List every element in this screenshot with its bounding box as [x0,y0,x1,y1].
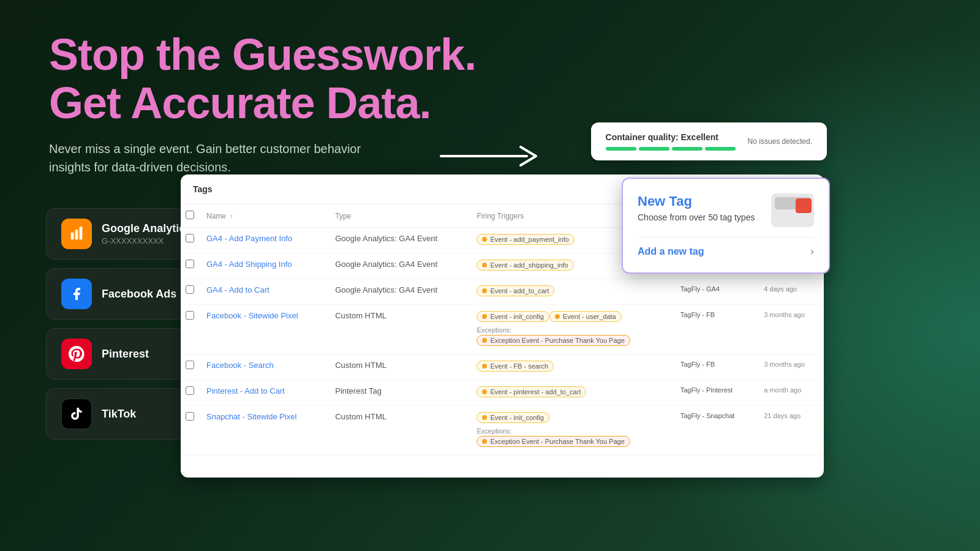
tag-name-cell: Snapchat - Sitewide Pixel [199,406,328,455]
tag-triggers-cell: Event - FB - search [469,354,673,380]
exception-dot-icon [482,338,487,343]
trigger-badge: Event - FB - search [477,361,554,372]
tag-name-link[interactable]: Pinterest - Add to Cart [206,386,285,395]
exception-badge: Exception Event - Purchase Thank You Pag… [477,335,630,346]
trigger-badge: Event - init_config [477,412,549,423]
tag-workspace-cell: TagFly - Snapchat [673,406,756,455]
ga-info: Google Analytics G-XXXXXXXXXX [102,222,191,246]
tag-name-link[interactable]: Facebook - Search [206,361,274,370]
trigger-badge: Event - user_data [549,311,622,322]
add-new-tag-label: Add a new tag [638,246,704,257]
new-tag-divider [638,237,814,238]
row-checkbox-cell [181,228,199,253]
svg-rect-0 [71,233,74,240]
tag-name-cell: Facebook - Sitewide Pixel [199,305,328,354]
quality-bar-2 [639,147,669,151]
row-checkbox[interactable] [186,386,194,395]
trigger-dot-icon [482,263,487,268]
chevron-right-icon: › [810,245,814,258]
tag-modified-cell: 3 months ago [756,305,824,354]
tag-modified-cell: 3 months ago [756,354,824,380]
table-row[interactable]: Facebook - SearchCustom HTMLEvent - FB -… [181,354,824,380]
quality-label: Container quality: Excellent [606,132,736,142]
new-tag-header: New Tag Choose from over 50 tag types [638,193,814,227]
type-column-header: Type [328,204,469,228]
tag-modified-cell: a month ago [756,380,824,406]
tag-name-link[interactable]: GA4 - Add to Cart [206,285,270,294]
trigger-label: Event - FB - search [490,362,548,370]
tag-type-cell: Custom HTML [328,354,469,380]
svg-rect-1 [75,230,78,239]
exception-dot-icon [482,439,487,444]
tag-name-cell: GA4 - Add to Cart [199,279,328,305]
quality-status: No issues detected. [748,137,812,146]
exception-badge: Exception Event - Purchase Thank You Pag… [477,436,630,447]
exceptions-label: Exceptions: [477,427,665,435]
tag-name-cell: Facebook - Search [199,354,328,380]
new-tag-modal: New Tag Choose from over 50 tag types Ad… [622,178,830,274]
trigger-label: Event - init_config [490,414,543,421]
tag-modified-cell: 21 days ago [756,406,824,455]
tiktok-icon [61,399,92,429]
row-checkbox-cell [181,380,199,406]
pinterest-icon [61,339,92,369]
tag-name-cell: GA4 - Add Payment Info [199,228,328,253]
trigger-label: Event - init_config [490,313,543,320]
select-all-checkbox-header [181,204,199,228]
row-checkbox[interactable] [186,285,194,294]
tag-name-link[interactable]: GA4 - Add Shipping Info [206,260,292,269]
row-checkbox-cell [181,305,199,354]
row-checkbox[interactable] [186,234,194,242]
quality-info: Container quality: Excellent [606,132,736,151]
tag-type-cell: Custom HTML [328,406,469,455]
tag-modified-cell: 4 days ago [756,279,824,305]
trigger-label: Event - add_payment_info [490,236,568,243]
trigger-dot-icon [482,364,487,369]
table-row[interactable]: Pinterest - Add to CartPinterest TagEven… [181,380,824,406]
add-new-tag-button[interactable]: Add a new tag › [638,245,814,258]
row-checkbox-cell [181,279,199,305]
quality-bar-1 [606,147,636,151]
trigger-badge: Event - add_payment_info [477,234,574,245]
fb-info: Facebook Ads [102,288,176,301]
ga-id: G-XXXXXXXXXX [102,236,191,246]
quality-bar-4 [705,147,736,151]
tag-workspace-cell: TagFly - FB [673,305,756,354]
trigger-badge: Event - add_shipping_info [477,260,573,271]
trigger-label: Event - user_data [563,313,616,320]
trigger-dot-icon [482,314,487,319]
tag-workspace-cell: TagFly - GA4 [673,279,756,305]
select-all-checkbox[interactable] [186,211,194,219]
trigger-badge: Event - init_config [477,311,549,322]
table-row[interactable]: Facebook - Sitewide PixelCustom HTMLEven… [181,305,824,354]
tag-type-cell: Pinterest Tag [328,380,469,406]
svg-rect-2 [80,227,83,239]
tag-name-link[interactable]: Facebook - Sitewide Pixel [206,311,298,320]
row-checkbox-cell [181,253,199,279]
trigger-dot-icon [555,314,560,319]
table-row[interactable]: GA4 - Add to CartGoogle Analytics: GA4 E… [181,279,824,305]
tag-type-cell: Custom HTML [328,305,469,354]
tag-triggers-cell: Event - init_configExceptions:Exception … [469,406,673,455]
pinterest-name: Pinterest [102,348,149,361]
tag-name-link[interactable]: GA4 - Add Payment Info [206,234,292,243]
ga-icon [61,219,92,249]
trigger-badge: Event - add_to_cart [477,285,554,296]
pinterest-info: Pinterest [102,348,149,361]
hero-title: Stop the Guesswork. Get Accurate Data. [49,31,478,127]
trigger-dot-icon [482,237,487,242]
fb-icon [61,279,92,309]
row-checkbox-cell [181,406,199,455]
tag-name-cell: GA4 - Add Shipping Info [199,253,328,279]
tag-type-cell: Google Analytics: GA4 Event [328,228,469,253]
table-row[interactable]: Snapchat - Sitewide PixelCustom HTMLEven… [181,406,824,455]
row-checkbox[interactable] [186,311,194,320]
row-checkbox[interactable] [186,260,194,268]
row-checkbox[interactable] [186,412,194,421]
quality-bars [606,147,736,151]
tag-triggers-cell: Event - pinterest - add_to_cart [469,380,673,406]
row-checkbox[interactable] [186,361,194,369]
tag-name-link[interactable]: Snapchat - Sitewide Pixel [206,412,296,421]
hero-section: Stop the Guesswork. Get Accurate Data. N… [49,31,478,176]
trigger-label: Event - add_shipping_info [490,261,568,269]
